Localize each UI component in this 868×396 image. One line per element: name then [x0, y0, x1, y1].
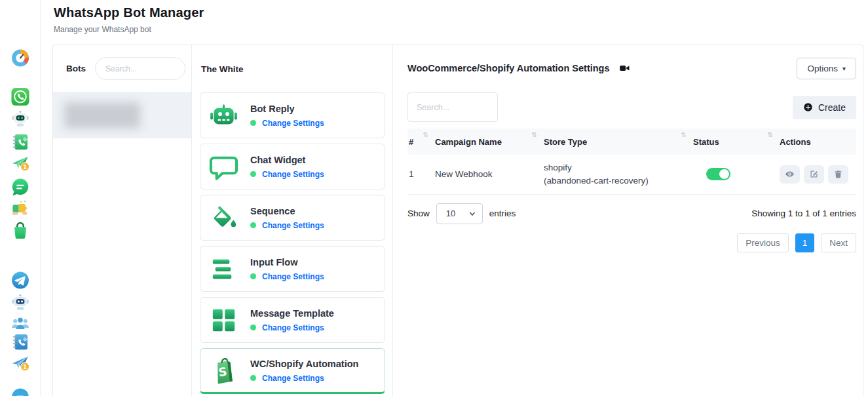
page-size-select[interactable]: 10	[436, 203, 483, 224]
telegram-icon[interactable]	[10, 270, 30, 290]
card-bot-reply[interactable]: Bot Reply Change Settings	[200, 92, 385, 138]
bot-list-item-selected[interactable]	[53, 92, 191, 138]
card-title: Chat Widget	[250, 155, 324, 165]
automation-title: WooCommerce/Shopify Automation Settings	[407, 63, 610, 73]
store-icon[interactable]	[10, 220, 30, 241]
page-subtitle: Manage your WhatsApp bot	[54, 25, 868, 34]
video-tutorial-icon[interactable]	[618, 63, 631, 73]
whatsapp-contacts-icon[interactable]	[10, 132, 30, 152]
bots-column: Bots	[53, 45, 192, 396]
left-icon-rail: 1 1	[0, 0, 41, 396]
features-header: The White	[200, 45, 385, 92]
badge-count: 1	[23, 364, 27, 370]
page-title: WhatsApp Bot Manager	[54, 5, 868, 20]
show-label: Show	[407, 208, 430, 218]
create-button[interactable]: Create	[793, 96, 856, 119]
whatsapp-bot-icon[interactable]	[10, 108, 30, 129]
cell-store-type: shopify (abandoned-cart-recovery)	[544, 155, 693, 194]
badge-count: 1	[23, 164, 27, 170]
edit-button[interactable]	[804, 165, 824, 184]
previous-page-button[interactable]: Previous	[737, 233, 789, 252]
card-title: Sequence	[250, 206, 324, 216]
sort-icon[interactable]: ⇅	[423, 131, 428, 138]
change-settings-link[interactable]: Change Settings	[262, 221, 324, 230]
features-column: The White Bot Reply Change Settings	[192, 45, 393, 396]
change-settings-link[interactable]: Change Settings	[262, 119, 324, 128]
message-template-icon	[208, 305, 239, 336]
bots-header: Bots	[53, 45, 191, 92]
card-body: Input Flow Change Settings	[250, 257, 324, 281]
card-body: Sequence Change Settings	[250, 206, 324, 230]
pagination: Previous 1 Next	[407, 233, 856, 252]
card-title: Message Template	[250, 308, 334, 319]
status-toggle[interactable]	[706, 168, 730, 180]
sequence-icon	[208, 203, 239, 233]
whatsapp-campaign-icon[interactable]: 1	[10, 153, 30, 173]
manager-panel: Bots The White	[52, 45, 863, 396]
bots-search-input[interactable]	[95, 57, 185, 80]
sort-icon[interactable]: ⇅	[768, 131, 773, 138]
column-header-store-type[interactable]: Store Type⇅	[544, 129, 693, 155]
cell-status	[693, 155, 780, 194]
card-body: WC/Shopify Automation Change Settings	[250, 359, 358, 383]
change-settings-link[interactable]: Change Settings	[262, 374, 324, 383]
card-wc-shopify-automation[interactable]: S WC/Shopify Automation Change Settings	[200, 348, 385, 394]
table-search-input[interactable]	[407, 92, 498, 122]
change-settings-link[interactable]: Change Settings	[262, 323, 324, 332]
enabled-dot-icon	[250, 273, 256, 279]
automation-header: WooCommerce/Shopify Automation Settings …	[407, 45, 856, 91]
integrations-icon[interactable]	[10, 198, 30, 218]
app-root: 1 1 WhatsApp Bot Mana	[0, 0, 868, 396]
enabled-dot-icon	[250, 171, 256, 177]
table-footer: Show 10 entries Showing 1 to 1 of 1 entr…	[407, 203, 856, 224]
options-button[interactable]: Options ▾	[797, 58, 856, 79]
view-button[interactable]	[780, 165, 800, 184]
table-header-row: #⇅ Campaign Name⇅ Store Type⇅ Status⇅ Ac…	[407, 129, 856, 155]
card-chat-widget[interactable]: Chat Widget Change Settings	[200, 144, 385, 189]
trash-icon	[833, 169, 843, 179]
card-body: Chat Widget Change Settings	[250, 155, 324, 179]
page-size-value: 10	[446, 208, 455, 218]
change-settings-link[interactable]: Change Settings	[262, 170, 324, 179]
table-row: 1 New Webhook shopify (abandoned-cart-re…	[407, 155, 856, 194]
page-header: WhatsApp Bot Manager Manage your WhatsAp…	[41, 0, 868, 34]
chat-widget-icon	[208, 151, 239, 182]
change-settings-link[interactable]: Change Settings	[262, 272, 324, 281]
card-sequence[interactable]: Sequence Change Settings	[200, 195, 385, 241]
table-toolbar: Create	[407, 92, 856, 122]
automation-table: #⇅ Campaign Name⇅ Store Type⇅ Status⇅ Ac…	[407, 129, 856, 195]
options-button-label: Options	[807, 64, 838, 73]
sort-icon[interactable]: ⇅	[681, 131, 687, 138]
dashboard-gauge-icon[interactable]	[10, 48, 30, 68]
input-flow-icon	[208, 254, 239, 285]
entries-summary: Showing 1 to 1 of 1 entries	[751, 208, 856, 218]
whatsapp-chat-icon[interactable]	[10, 177, 30, 197]
main-area: WhatsApp Bot Manager Manage your WhatsAp…	[41, 0, 868, 396]
telegram-campaign-icon[interactable]: 1	[10, 353, 30, 373]
card-message-template[interactable]: Message Template Change Settings	[200, 297, 385, 343]
caret-down-icon: ▾	[842, 65, 846, 72]
toggle-knob	[719, 169, 729, 179]
chevron-down-icon	[469, 210, 476, 217]
sort-icon[interactable]: ⇅	[532, 131, 537, 138]
chat-partial-icon[interactable]	[10, 387, 30, 396]
page-1-button[interactable]: 1	[795, 233, 815, 252]
card-input-flow[interactable]: Input Flow Change Settings	[200, 246, 385, 292]
enabled-dot-icon	[250, 120, 256, 126]
delete-button[interactable]	[828, 165, 848, 184]
feature-cards: Bot Reply Change Settings Chat Widget Ch…	[200, 92, 385, 394]
column-header-campaign-name[interactable]: Campaign Name⇅	[435, 129, 544, 155]
team-members-icon[interactable]	[10, 313, 30, 334]
next-page-button[interactable]: Next	[821, 233, 856, 252]
card-title: Input Flow	[250, 257, 324, 267]
telegram-contacts-icon[interactable]	[10, 332, 30, 352]
bots-title: Bots	[66, 64, 86, 73]
whatsapp-icon[interactable]	[10, 87, 30, 107]
card-title: WC/Shopify Automation	[250, 359, 358, 369]
telegram-bot-icon[interactable]	[10, 292, 30, 312]
eye-icon	[785, 169, 795, 179]
create-button-label: Create	[818, 102, 846, 113]
column-header-index[interactable]: #⇅	[407, 129, 435, 155]
svg-text:S: S	[217, 365, 227, 379]
column-header-status[interactable]: Status⇅	[693, 129, 780, 155]
